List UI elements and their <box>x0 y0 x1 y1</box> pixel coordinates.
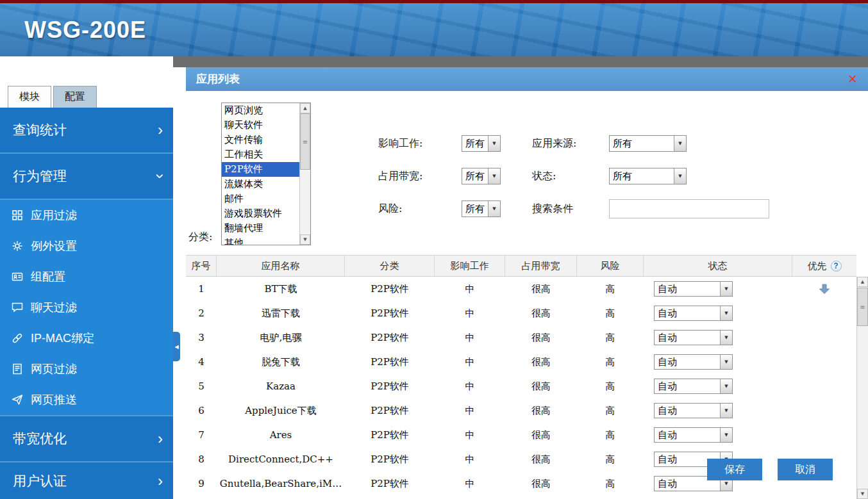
source-filter-select[interactable]: 所有▼ <box>609 135 687 152</box>
sidebar-collapse-handle[interactable]: ◀ <box>173 332 180 361</box>
scroll-up-icon[interactable]: ▲ <box>857 277 868 287</box>
category-option[interactable]: 邮件 <box>222 192 299 206</box>
cell-no: 2 <box>186 301 217 325</box>
status-select[interactable]: 自动▼ <box>654 403 733 418</box>
scroll-down-icon[interactable]: ▼ <box>300 234 310 245</box>
col-header-priority-label: 优先 <box>808 260 827 272</box>
save-button[interactable]: 保存 <box>707 459 762 480</box>
category-option[interactable]: 游戏股票软件 <box>222 206 299 221</box>
status-select[interactable]: 自动▼ <box>654 354 733 370</box>
tab-config[interactable]: 配置 <box>53 86 97 108</box>
scrollbar-thumb[interactable]: ≡ <box>857 288 868 326</box>
sidebar: 模块 配置 查询统计 › 行为管理 › 应用过滤 例外设置 组配置 <box>0 56 173 499</box>
sidebar-submenu: 应用过滤 例外设置 组配置 聊天过滤 IP-MAC绑定 网页过滤 <box>0 200 173 416</box>
category-option[interactable]: P2P软件 <box>222 162 299 177</box>
cell-status: 自动▼ <box>644 325 792 350</box>
table-row: 7AresP2P软件中很高高自动▼ <box>186 423 856 447</box>
panel-title: 应用列表 <box>196 72 240 86</box>
table-scrollbar[interactable]: ▲ ≡ ▼ <box>856 277 868 499</box>
close-icon[interactable]: ✕ <box>847 72 858 86</box>
risk-filter-label: 风险: <box>378 200 402 217</box>
dropdown-arrow-icon[interactable]: ▼ <box>674 168 686 184</box>
sidebar-item-chat-filter[interactable]: 聊天过滤 <box>0 292 173 323</box>
category-option[interactable]: 网页浏览 <box>222 103 299 118</box>
cell-name: Kazaa <box>217 374 345 398</box>
send-icon <box>10 393 24 407</box>
impact-filter-select[interactable]: 所有▼ <box>462 135 501 152</box>
gear-icon <box>10 239 24 253</box>
section-label: 行为管理 <box>13 167 67 185</box>
category-option[interactable]: 其他 <box>222 236 299 245</box>
dropdown-arrow-icon[interactable]: ▼ <box>720 355 732 369</box>
sidebar-item-web-filter[interactable]: 网页过滤 <box>0 354 173 384</box>
cell-bandwidth: 很高 <box>505 350 577 374</box>
cell-priority <box>792 374 856 398</box>
link-icon <box>10 331 24 345</box>
status-select[interactable]: 自动▼ <box>654 427 733 443</box>
cell-no: 9 <box>186 471 217 496</box>
section-label: 带宽优化 <box>13 430 67 448</box>
dropdown-arrow-icon[interactable]: ▼ <box>720 379 732 393</box>
sidebar-item-group-config[interactable]: 组配置 <box>0 261 173 292</box>
category-option[interactable]: 聊天软件 <box>222 118 299 133</box>
dropdown-arrow-icon[interactable]: ▼ <box>720 404 732 418</box>
listbox-scrollbar[interactable]: ▲ ≡ ▼ <box>299 103 310 245</box>
sidebar-section-bandwidth[interactable]: 带宽优化 › <box>0 416 173 462</box>
help-icon[interactable]: ? <box>831 261 842 272</box>
cell-risk: 高 <box>577 398 644 423</box>
bandwidth-filter-select[interactable]: 所有▼ <box>462 168 501 184</box>
table-row: 1BT下载P2P软件中很高高自动▼ <box>186 277 856 301</box>
cell-impact: 中 <box>435 447 505 471</box>
cell-priority <box>792 277 856 301</box>
sidebar-item-exception-settings[interactable]: 例外设置 <box>0 231 173 261</box>
cell-bandwidth: 很高 <box>505 447 577 471</box>
status-select[interactable]: 自动▼ <box>654 281 733 297</box>
dropdown-arrow-icon[interactable]: ▼ <box>488 136 500 151</box>
sidebar-item-app-filter[interactable]: 应用过滤 <box>0 200 173 231</box>
cell-priority <box>792 325 856 350</box>
scroll-down-icon[interactable]: ▼ <box>857 489 868 499</box>
sidebar-section-query-stats[interactable]: 查询统计 › <box>0 108 173 154</box>
dropdown-arrow-icon[interactable]: ▼ <box>720 306 732 320</box>
sidebar-section-auth[interactable]: 用户认证 › <box>0 462 173 499</box>
category-option[interactable]: 翻墙代理 <box>222 221 299 236</box>
status-select[interactable]: 自动▼ <box>654 306 733 321</box>
category-listbox[interactable]: 网页浏览聊天软件文件传输工作相关P2P软件流媒体类邮件游戏股票软件翻墙代理其他 … <box>221 102 311 245</box>
scroll-up-icon[interactable]: ▲ <box>300 103 310 113</box>
priority-down-icon[interactable] <box>818 282 831 295</box>
cancel-button[interactable]: 取消 <box>778 459 833 480</box>
status-filter-select[interactable]: 所有▼ <box>609 168 687 184</box>
status-select[interactable]: 自动▼ <box>654 379 733 394</box>
category-option[interactable]: 文件传输 <box>222 133 299 147</box>
dropdown-arrow-icon[interactable]: ▼ <box>488 168 500 184</box>
dropdown-arrow-icon[interactable]: ▼ <box>720 428 732 442</box>
status-select[interactable]: 自动▼ <box>654 330 733 345</box>
cell-name: AppleJuice下载 <box>217 398 345 423</box>
cell-category: P2P软件 <box>345 423 435 447</box>
cell-status: 自动▼ <box>644 277 792 301</box>
dropdown-arrow-icon[interactable]: ▼ <box>674 136 686 151</box>
sidebar-section-behavior[interactable]: 行为管理 › <box>0 154 173 200</box>
sidebar-item-ip-mac-binding[interactable]: IP-MAC绑定 <box>0 323 173 354</box>
category-option[interactable]: 工作相关 <box>222 147 299 162</box>
cell-risk: 高 <box>577 471 644 496</box>
dropdown-arrow-icon[interactable]: ▼ <box>720 331 732 345</box>
dropdown-arrow-icon[interactable]: ▼ <box>488 201 500 217</box>
risk-filter-select[interactable]: 所有▼ <box>462 200 501 217</box>
dropdown-arrow-icon[interactable]: ▼ <box>720 282 732 296</box>
cell-bandwidth: 很高 <box>505 374 577 398</box>
cell-status: 自动▼ <box>644 350 792 374</box>
bandwidth-filter-label: 占用带宽: <box>378 168 422 184</box>
cell-category: P2P软件 <box>345 325 435 350</box>
cell-bandwidth: 很高 <box>505 301 577 325</box>
cell-no: 6 <box>186 398 217 423</box>
cell-name: 电驴,电骡 <box>217 325 345 350</box>
scrollbar-thumb[interactable]: ≡ <box>300 113 310 170</box>
col-header-category: 分类 <box>345 256 435 276</box>
tab-module[interactable]: 模块 <box>8 86 51 108</box>
cell-no: 4 <box>186 350 217 374</box>
sidebar-item-web-push[interactable]: 网页推送 <box>0 384 173 415</box>
search-input[interactable] <box>609 199 769 218</box>
category-option[interactable]: 流媒体类 <box>222 177 299 192</box>
cell-impact: 中 <box>435 277 505 301</box>
